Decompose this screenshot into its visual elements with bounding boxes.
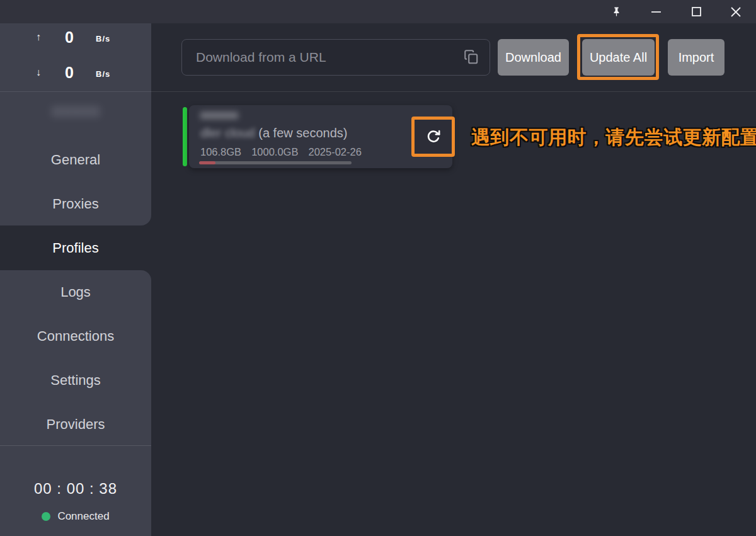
profile-stats: 106.8GB 1000.0GB 2025-02-26 xyxy=(200,146,362,158)
profile-progress-fill xyxy=(199,161,215,164)
sidebar-item-general[interactable]: General xyxy=(0,138,151,182)
status-label: Connected xyxy=(57,510,109,523)
url-input[interactable] xyxy=(181,39,490,76)
traffic-used: 106.8GB xyxy=(200,146,241,158)
sidebar-item-proxies[interactable]: Proxies xyxy=(0,182,151,226)
upload-speed-unit: B/s xyxy=(96,34,110,43)
traffic-progress-bar xyxy=(199,161,352,164)
download-speed: ↓ 0 B/s xyxy=(0,66,151,84)
download-button[interactable]: Download xyxy=(498,39,569,76)
connection-status: Connected xyxy=(0,510,151,523)
download-speed-unit: B/s xyxy=(96,69,110,79)
minimize-icon xyxy=(651,6,662,17)
app-window: ↑ 0 B/s ↓ 0 B/s ▆▆▆▆▆ General Proxies Pr… xyxy=(0,0,756,536)
status-dot-icon xyxy=(42,512,50,521)
uptime-timer: 00 : 00 : 38 xyxy=(0,480,151,498)
copy-icon xyxy=(463,48,479,67)
sidebar-item-logs[interactable]: Logs xyxy=(0,270,151,314)
close-icon xyxy=(731,7,741,17)
pin-button[interactable] xyxy=(602,0,631,23)
content-divider xyxy=(0,91,756,92)
refresh-profile-button[interactable] xyxy=(414,119,452,154)
profile-name-row: dler cloud (a few seconds) xyxy=(200,126,347,140)
sidebar-logo-redacted: ▆▆▆▆▆ xyxy=(35,102,117,126)
maximize-button[interactable] xyxy=(682,0,711,23)
download-arrow-icon: ↓ xyxy=(32,67,45,78)
sidebar-divider xyxy=(0,445,151,446)
update-all-button[interactable]: Update All xyxy=(582,39,655,76)
paste-from-clipboard-button[interactable] xyxy=(461,48,481,68)
expire-date: 2025-02-26 xyxy=(308,146,361,158)
upload-speed-value: 0 xyxy=(52,28,87,47)
sidebar-item-settings[interactable]: Settings xyxy=(0,358,151,402)
titlebar xyxy=(0,0,756,23)
profile-card[interactable]: ▆▆▆▆▆▆ dler cloud (a few seconds) 106.8G… xyxy=(189,105,452,168)
sidebar-item-profiles[interactable]: Profiles xyxy=(0,226,151,270)
profile-subtitle-redacted: ▆▆▆▆▆▆ xyxy=(200,110,238,119)
sidebar-item-connections[interactable]: Connections xyxy=(0,314,151,358)
profile-updated-ago: (a few seconds) xyxy=(258,126,347,140)
import-button[interactable]: Import xyxy=(668,39,724,76)
active-profile-indicator xyxy=(183,107,187,166)
sidebar-item-providers[interactable]: Providers xyxy=(0,402,151,447)
annotation-text: 遇到不可用时，请先尝试更新配置 xyxy=(471,125,756,151)
traffic-total: 1000.0GB xyxy=(251,146,298,158)
maximize-icon xyxy=(692,7,701,16)
download-speed-value: 0 xyxy=(52,64,87,82)
upload-speed: ↑ 0 B/s xyxy=(0,30,151,49)
pin-icon xyxy=(610,6,622,18)
minimize-button[interactable] xyxy=(641,0,670,23)
close-button[interactable] xyxy=(721,0,750,23)
refresh-icon xyxy=(425,128,442,146)
upload-arrow-icon: ↑ xyxy=(32,31,45,43)
profile-name-redacted: dler cloud xyxy=(200,126,255,140)
